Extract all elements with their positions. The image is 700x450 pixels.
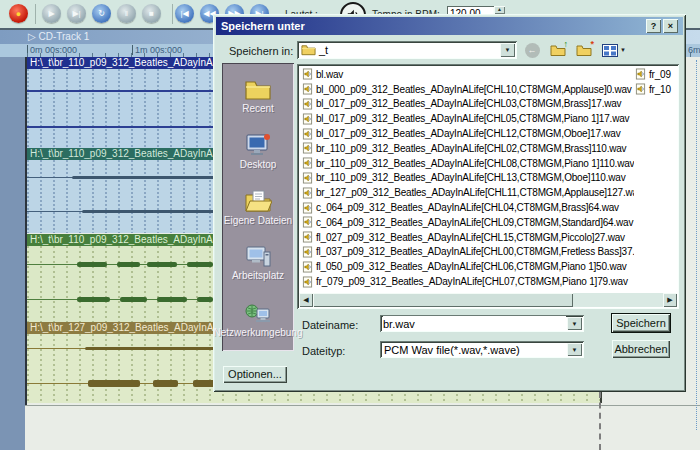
loop-button[interactable]: ↻ — [92, 4, 111, 23]
track-margin-strip — [0, 57, 27, 450]
save-in-dropdown-icon[interactable]: ▼ — [500, 43, 515, 57]
save-in-combobox[interactable]: _t ▼ — [297, 41, 517, 59]
file-item[interactable]: bl_000_p09_312_Beatles_ADayInALife[CHL10… — [302, 82, 634, 97]
waveform-segment — [77, 297, 110, 302]
file-list-column-1: bl.wav bl_000_p09_312_Beatles_ADayInALif… — [302, 67, 634, 289]
file-item[interactable]: fr_09 — [635, 67, 677, 82]
wav-file-icon — [635, 83, 646, 95]
wav-file-icon — [302, 157, 313, 169]
file-item[interactable]: br_110_p09_312_Beatles_ADayInALife[CHL13… — [302, 171, 634, 186]
new-folder-button[interactable]: * — [575, 42, 593, 58]
file-item[interactable]: bl_017_p09_312_Beatles_ADayInALife[CHL05… — [302, 111, 634, 126]
scroll-left-icon[interactable]: ◀ — [299, 293, 313, 307]
wav-file-icon — [302, 128, 313, 140]
waveform-segment — [120, 297, 147, 302]
filename-dropdown-icon[interactable]: ▼ — [567, 317, 582, 330]
file-item[interactable]: br_110_p09_312_Beatles_ADayInALife[CHL08… — [302, 156, 634, 171]
play-button[interactable]: ▶ — [42, 4, 61, 23]
views-menu-button[interactable]: ▼ — [601, 42, 627, 58]
wav-file-icon — [302, 83, 313, 95]
place-desktop[interactable]: Desktop — [222, 124, 294, 179]
waveform-segment — [157, 297, 187, 302]
wav-file-icon — [302, 216, 313, 228]
file-item[interactable]: c_064_p09_312_Beatles_ADayInALife[CHL04,… — [302, 200, 634, 215]
cancel-button[interactable]: Abbrechen — [612, 340, 670, 358]
skip-start-button[interactable]: |◀ — [175, 4, 194, 23]
file-item[interactable]: fl_037_p09_312_Beatles_ADayInALife[CHL00… — [302, 245, 634, 260]
place-network[interactable]: Netzwerkumgebung — [222, 290, 294, 351]
wav-file-icon — [302, 246, 313, 258]
up-arrow-icon: ↑ — [564, 39, 569, 49]
wav-file-icon — [302, 142, 313, 154]
save-as-dialog: Speichern unter ? × Speichern in: _t ▼ ←… — [213, 14, 686, 392]
file-item[interactable]: br_110_p09_312_Beatles_ADayInALife[CHL02… — [302, 141, 634, 156]
file-item[interactable]: bl.wav — [302, 67, 634, 82]
options-button[interactable]: Optionen... — [223, 366, 287, 383]
right-edge-guide — [696, 60, 697, 430]
file-item[interactable]: fl_050_p09_312_Beatles_ADayInALife[CHL06… — [302, 259, 634, 274]
dialog-titlebar[interactable]: Speichern unter ? × — [216, 17, 683, 35]
recent-folder-icon — [244, 79, 272, 101]
wav-file-icon — [302, 261, 313, 273]
file-item[interactable]: fr_079_p09_312_Beatles_ADayInALife[CHL07… — [302, 274, 634, 289]
wav-file-icon — [302, 276, 313, 288]
back-button[interactable]: ← — [523, 42, 541, 58]
filetype-combobox[interactable]: PCM Wav file(*.wav,*.wave) ▼ — [380, 341, 584, 358]
views-grid-icon — [602, 44, 618, 57]
save-in-label: Speichern in: — [229, 45, 293, 57]
filename-label: Dateiname: — [302, 319, 358, 331]
play-from-cursor-button[interactable]: ▶| — [67, 4, 86, 23]
wav-file-icon — [302, 187, 313, 199]
waveform-segment — [197, 297, 213, 302]
wav-file-icon — [302, 113, 313, 125]
file-item[interactable]: bl_017_p09_312_Beatles_ADayInALife[CHL03… — [302, 97, 634, 112]
close-button[interactable]: × — [663, 19, 678, 33]
place-recent[interactable]: Recent — [222, 69, 294, 124]
file-item[interactable]: bl_017_p09_312_Beatles_ADayInALife[CHL12… — [302, 126, 634, 141]
scrollbar-thumb[interactable] — [313, 293, 573, 307]
stop-button[interactable]: ■ — [142, 4, 161, 23]
record-button[interactable]: ● — [9, 4, 28, 23]
app-window: ●▶▶|↻‖■|◀◀◀▶▶▶| Lautst.: Tempo in BPM: 1… — [0, 0, 700, 450]
place-my-computer[interactable]: Arbeitsplatz — [222, 235, 294, 290]
file-list[interactable]: bl.wav bl_000_p09_312_Beatles_ADayInALif… — [297, 64, 679, 309]
wav-file-icon — [302, 231, 313, 243]
filename-combobox: ▼ — [380, 315, 584, 332]
up-one-level-button[interactable]: ↑ — [549, 42, 567, 58]
file-item[interactable]: c_064_p09_312_Beatles_ADayInALife[CHL09,… — [302, 215, 634, 230]
waveform-segment — [77, 262, 107, 267]
sparkle-icon: * — [590, 39, 594, 49]
computer-icon — [244, 244, 272, 268]
filetype-dropdown-icon[interactable]: ▼ — [567, 343, 582, 356]
file-item[interactable]: fr_10 — [635, 82, 677, 97]
filename-input[interactable] — [383, 316, 566, 331]
folder-icon — [301, 44, 316, 56]
place-my-documents[interactable]: Eigene Dateien — [222, 179, 294, 234]
waveform-segment — [187, 262, 213, 267]
desktop-icon — [245, 133, 271, 157]
places-bar: Recent Desktop Eigene Dateien Arbeitspla… — [222, 63, 294, 351]
dialog-title: Speichern unter — [221, 20, 305, 32]
save-button[interactable]: Speichern — [612, 314, 670, 332]
dialog-toolbar: ← ↑ * ▼ — [523, 42, 627, 58]
toolbar-separator — [172, 4, 173, 24]
network-icon — [244, 303, 272, 325]
wav-file-icon — [302, 172, 313, 184]
pause-button[interactable]: ‖ — [117, 4, 136, 23]
waveform-segment — [117, 262, 140, 267]
horizontal-scrollbar[interactable]: ◀ ▶ — [299, 293, 677, 307]
track-marker-icon: ▷ — [28, 31, 36, 42]
wav-file-icon — [302, 68, 313, 80]
file-item[interactable]: br_127_p09_312_Beatles_ADayInALife[CHL11… — [302, 185, 634, 200]
back-icon: ← — [525, 43, 540, 58]
views-dropdown-icon: ▼ — [620, 47, 626, 53]
file-item[interactable]: fl_027_p09_312_Beatles_ADayInALife[CHL15… — [302, 230, 634, 245]
help-button[interactable]: ? — [646, 19, 661, 33]
toolbar-separator — [35, 4, 36, 24]
scroll-right-icon[interactable]: ▶ — [663, 293, 677, 307]
filetype-label: Dateityp: — [302, 345, 345, 357]
wav-file-icon — [302, 98, 313, 110]
wav-file-icon — [635, 68, 646, 80]
cursor-marker-line — [599, 392, 601, 450]
spin-up-icon[interactable]: ▲ — [494, 6, 505, 14]
